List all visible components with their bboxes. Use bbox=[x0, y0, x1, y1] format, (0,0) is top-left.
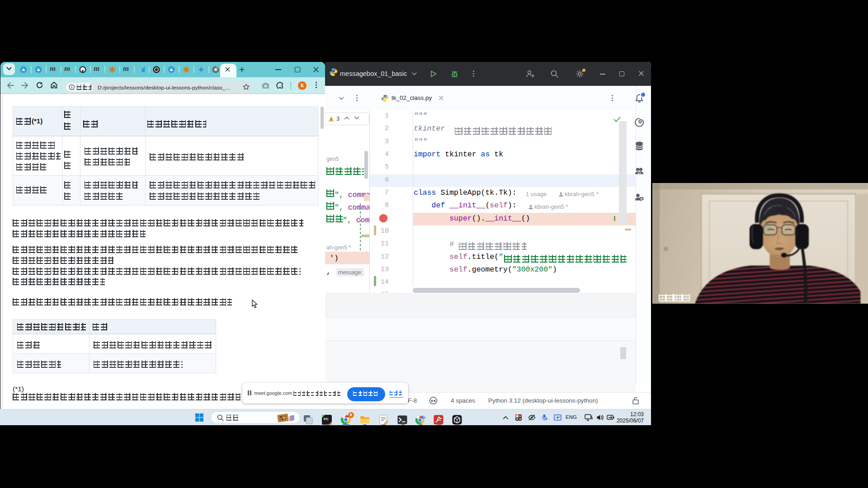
svg-text:PC: PC bbox=[324, 417, 329, 421]
